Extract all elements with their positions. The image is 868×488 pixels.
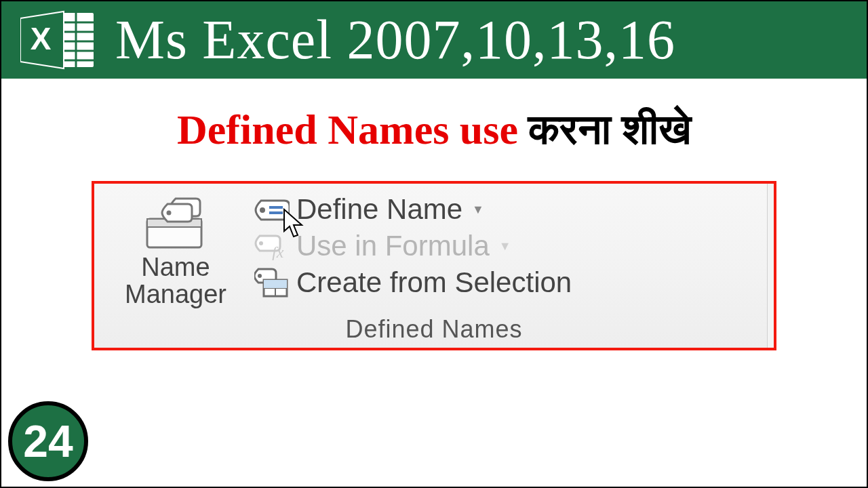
episode-badge: 24: [8, 401, 88, 481]
tag-fx-icon: fx: [254, 232, 290, 260]
episode-number: 24: [23, 415, 73, 467]
name-manager-label: NameManager: [125, 254, 226, 308]
tag-icon: [254, 195, 290, 224]
chevron-down-icon: ▼: [472, 203, 484, 217]
svg-point-16: [259, 241, 263, 245]
ribbon-separator: [767, 184, 774, 348]
svg-point-12: [167, 211, 172, 216]
svg-rect-22: [264, 280, 275, 288]
create-from-selection-label: Create from Selection: [296, 266, 572, 299]
excel-logo: X: [20, 10, 95, 70]
tag-grid-icon: [254, 268, 290, 298]
create-from-selection-button[interactable]: Create from Selection: [254, 266, 763, 299]
svg-text:X: X: [31, 21, 52, 56]
define-name-label: Define Name: [296, 193, 462, 226]
svg-text:fx: fx: [272, 243, 284, 260]
subtitle-hindi: करना शीखे: [528, 106, 691, 152]
svg-point-18: [258, 274, 262, 278]
defined-names-ribbon-group: NameManager Define Name ▼: [92, 181, 776, 350]
chevron-down-icon: ▼: [499, 239, 511, 253]
svg-point-13: [260, 207, 265, 213]
name-manager-icon: [135, 195, 216, 251]
subtitle-english: Defined Names use: [177, 106, 528, 152]
define-name-button[interactable]: Define Name ▼: [254, 193, 763, 226]
use-in-formula-button[interactable]: fx Use in Formula ▼: [254, 230, 763, 262]
use-in-formula-label: Use in Formula: [296, 230, 490, 262]
svg-rect-23: [275, 280, 287, 288]
subtitle: Defined Names use करना शीखे: [1, 106, 867, 154]
title-banner: X Ms Excel 2007,10,13,16: [1, 1, 867, 79]
ribbon-group-label: Defined Names: [105, 315, 763, 344]
name-manager-button[interactable]: NameManager: [105, 192, 254, 308]
banner-title: Ms Excel 2007,10,13,16: [115, 8, 675, 72]
